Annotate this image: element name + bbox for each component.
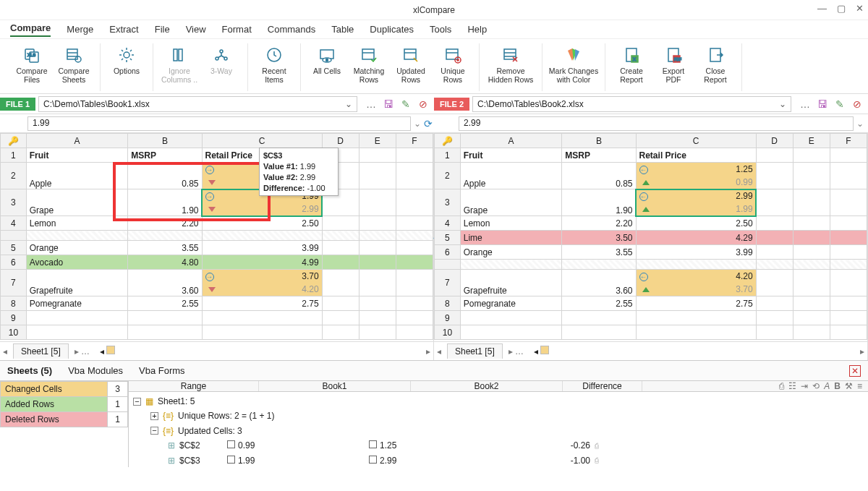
menu-table[interactable]: Table [331,24,354,35]
sheet-tab[interactable]: Sheet1 [5] [447,343,503,359]
tool-icon[interactable]: ⚒ [845,381,853,391]
ribbon-3way[interactable]: 3-Way [201,43,242,91]
menu-format[interactable]: Format [222,24,252,35]
close-file-icon[interactable]: ⊘ [851,98,864,110]
tool-icon[interactable]: ⇥ [801,381,808,391]
ribbon-table-plus[interactable]: UniqueRows [433,43,473,91]
changed-indicator-icon [106,346,115,354]
menu-commands[interactable]: Commands [268,24,315,35]
tool-icon[interactable]: ⟲ [812,381,820,391]
tool-icon[interactable]: ⎙ [779,381,784,391]
col-header[interactable]: A [26,134,128,148]
menu-extract[interactable]: Extract [109,24,138,35]
menu-compare[interactable]: Compare [10,22,51,37]
tree-cell-row[interactable]: ⊞ $C$31.992.99-1.00 ⎙ [133,453,864,468]
bottom-tab[interactable]: Sheets (5) [7,365,52,376]
file2-path: C:\Demo\Tables\Book2.xlsx [477,99,584,109]
col-header[interactable]: E [359,134,396,148]
ribbon-xls-compare[interactable]: XLSCompareFiles [12,43,52,91]
col-header[interactable]: C [202,134,322,148]
ribbon-report-pdf[interactable]: PDFExportPDF [653,43,694,91]
tree-unique[interactable]: Unique Rows: 2 = (1 + 1) [178,409,274,423]
menu-tools[interactable]: Tools [430,24,451,35]
sheet-nav-left-icon[interactable]: ◂ [437,346,441,356]
bottom-tab-bar: Sheets (5)Vba ModulesVba Forms✕ [0,360,868,380]
ribbon-label: UpdatedRows [396,67,425,84]
more-icon[interactable]: … [799,98,812,110]
file1-path-dropdown[interactable]: C:\Demo\Tables\Book1.xlsx ⌄ [38,96,357,112]
ribbon-report-xls[interactable]: XCreateReport [611,43,652,91]
col-header[interactable]: E [793,134,830,148]
tool-icon[interactable]: A [824,381,830,391]
ribbon-table-edit[interactable]: UpdatedRows [391,43,431,91]
edit-icon[interactable]: ✎ [833,98,846,110]
ribbon-columns[interactable]: IgnoreColumns .. [159,43,200,91]
col-header[interactable]: F [396,134,433,148]
menu-help[interactable]: Help [467,24,487,35]
close-panel-icon[interactable]: ✕ [849,365,861,377]
ribbon-clock[interactable]: RecentItems [254,43,294,91]
collapse-icon[interactable]: − [150,427,158,435]
menu-view[interactable]: View [186,24,206,35]
sheet-nav-left-icon[interactable]: ◂ [3,346,7,356]
ribbon-gear[interactable]: Options [106,43,147,91]
ribbon-label: CreateReport [620,67,643,84]
sheet-nav-right-icon[interactable]: ▸ … [509,346,524,356]
formula-dropdown-icon[interactable]: ⌄ [414,119,421,129]
ribbon-label: UniqueRows [441,67,464,84]
col-header[interactable]: C [636,134,756,148]
hscroll-right-icon[interactable]: ▸ [426,346,430,356]
maximize-button[interactable]: ▢ [837,3,846,14]
diff-tree[interactable]: − ▦ Sheet1: 5+ {≡} Unique Rows: 2 = (1 +… [129,392,868,470]
ribbon-label: CloseReport [704,67,727,84]
menu-file[interactable]: File [155,24,170,35]
ribbon-close-report[interactable]: CloseReport [695,43,736,91]
tree-root[interactable]: Sheet1: 5 [158,394,195,409]
ribbon-eye[interactable]: All Cells [307,43,347,91]
menu-duplicates[interactable]: Duplicates [370,24,414,35]
more-icon[interactable]: … [365,98,378,110]
edit-icon[interactable]: ✎ [399,98,412,110]
collapse-icon[interactable]: − [133,398,141,406]
palette-icon [563,45,584,65]
right-grid[interactable]: 🔑ABCDEF1FruitMSRPRetail Price2Apple0.85←… [434,133,867,340]
menu-merge[interactable]: Merge [67,24,93,35]
expand-icon[interactable]: + [150,412,158,420]
ribbon-palette[interactable]: Mark Changeswith Color [548,43,599,91]
close-button[interactable]: ✕ [856,3,864,14]
formula-dropdown-icon[interactable]: ⌄ [856,119,864,129]
col-header[interactable]: D [322,134,359,148]
bottom-tab[interactable]: Vba Forms [139,365,185,376]
tree-cell-row[interactable]: ⊞ $C$20.991.25-0.26 ⎙ [133,438,864,453]
col-header[interactable]: B [562,134,636,148]
sheet-tab[interactable]: Sheet1 [5] [13,343,69,359]
summary-panel: Changed Cells3Added Rows1Deleted Rows1 R… [0,380,868,467]
ribbon-remove-rows[interactable]: RemoveHidden Rows [485,43,536,91]
hscroll-right-icon[interactable]: ▸ [860,346,864,356]
file2-path-dropdown[interactable]: C:\Demo\Tables\Book2.xlsx ⌄ [472,96,791,112]
menu-bar: CompareMergeExtractFileViewFormatCommand… [0,20,868,39]
tool-icon[interactable]: ≡ [857,381,862,391]
left-sheet-tabs: ◂ Sheet1 [5] ▸ … ◂ ▸ [0,341,433,360]
col-header[interactable]: A [460,134,562,148]
col-header[interactable]: B [128,134,202,148]
col-header[interactable]: F [830,134,867,148]
sync-icon[interactable]: ⟳ [424,118,433,129]
tool-icon[interactable]: B [834,381,841,391]
close-file-icon[interactable]: ⊘ [417,98,430,110]
formula-bar-left[interactable]: 1.99 [27,116,411,131]
table-check-icon [359,45,379,65]
formula-bar-right[interactable]: 2.99 [459,116,854,131]
minimize-button[interactable]: — [817,3,827,14]
save-icon[interactable]: 🖫 [816,98,829,110]
tool-icon[interactable]: ☷ [788,381,796,391]
detail-header: Range Book1 Book2 Difference ⎙ ☷ ⇥ ⟲ A B… [129,381,868,392]
save-icon[interactable]: 🖫 [382,98,395,110]
tree-updated[interactable]: Updated Cells: 3 [178,424,242,438]
sheet-nav-right-icon[interactable]: ▸ … [75,346,90,356]
bottom-tab[interactable]: Vba Modules [68,365,123,376]
left-grid[interactable]: 🔑ABCDEF1FruitMSRPRetail Price2Apple0.85→… [0,133,433,340]
ribbon-table-check[interactable]: MatchingRows [349,43,389,91]
ribbon-sheet-compare[interactable]: CompareSheets [54,43,94,91]
col-header[interactable]: D [756,134,793,148]
